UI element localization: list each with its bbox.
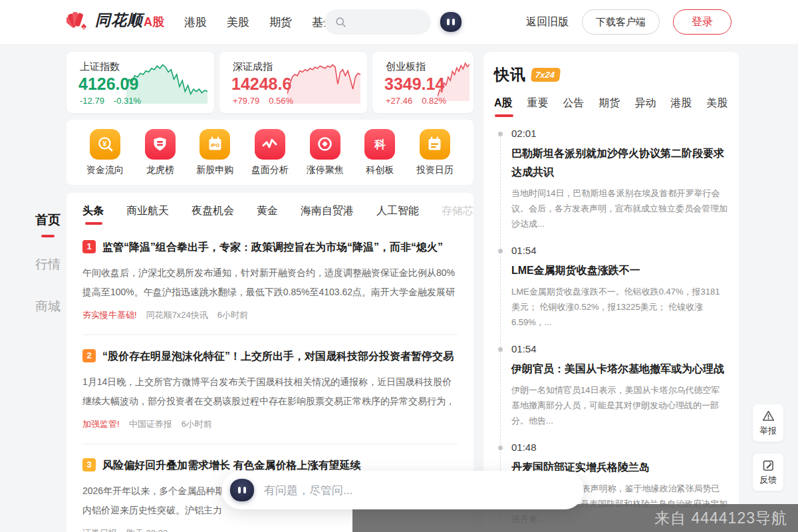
news-tab-commercial-space[interactable]: 商业航天 [126, 204, 169, 226]
flash-time: 01:54 [511, 245, 728, 256]
index-card-sse[interactable]: 上证指数 4126.09 -12.79-0.31% [66, 52, 214, 113]
search-box[interactable] [325, 9, 431, 35]
search-input[interactable] [352, 17, 425, 27]
flash-tab-announcement[interactable]: 公告 [563, 96, 585, 117]
flash-tabs: A股 重要 公告 期货 异动 港股 美股 [494, 96, 728, 117]
flash-item-1[interactable]: 02:01 巴勒斯坦各派别就加沙停火协议第二阶段要求达成共识 当地时间14日，巴… [483, 128, 739, 245]
flash-item-title[interactable]: LME金属期货收盘涨跌不一 [511, 261, 728, 280]
logo-card-fan-icon: ♠ [66, 9, 90, 31]
timeline-dot [498, 347, 503, 352]
flash-item-2[interactable]: 01:54 LME金属期货收盘涨跌不一 LME金属期货收盘涨跌不一。伦铝收跌0.… [483, 245, 739, 343]
sparkline-chart [438, 60, 469, 101]
flash-time: 02:01 [511, 128, 728, 139]
news-body: 午间收盘后，沪深北交易所发布通知，针对新开融资合约，适度调整融资保证金比例从80… [82, 263, 458, 302]
timeline-dot [498, 249, 503, 253]
sparkline-chart [126, 60, 207, 104]
flash-item-body: LME金属期货收盘涨跌不一。伦铝收跌0.47%，报3181美元； 伦铜收涨0.5… [511, 284, 728, 330]
news-title[interactable]: 监管“降温”组合拳出手，专家：政策调控旨在为市场“降温”，而非“熄火” [102, 239, 443, 255]
search-icon [335, 17, 346, 28]
news-tab-headlines[interactable]: 头条 [82, 204, 104, 226]
flash-item-title[interactable]: 伊朗官员：美国从卡塔尔基地撤军或为心理战 [511, 360, 728, 378]
news-tab-gold[interactable]: 黄金 [257, 204, 278, 226]
warning-triangle-icon [761, 409, 775, 423]
index-name: 创业板指 [386, 61, 426, 73]
index-name: 上证指数 [80, 61, 120, 73]
index-card-chinext[interactable]: 创业板指 3349.14 +27.460.82% [372, 52, 473, 113]
watermark-text: 来自 4444123导航 [654, 508, 787, 529]
news-time: 6小时前 [182, 418, 212, 430]
flash-tab-a-shares[interactable]: A股 [494, 96, 513, 117]
ke-board-icon: 科 [364, 129, 395, 160]
focus-target-icon [310, 129, 340, 160]
flash-title: 快讯 [494, 65, 526, 85]
flash-item-title[interactable]: 巴勒斯坦各派别就加沙停火协议第二阶段要求达成共识 [511, 144, 728, 182]
assistant-robot-button[interactable] [440, 12, 462, 32]
top-header: ♠ 同花顺 A股 港股 美股 期货 基金 返回旧版 下载客户端 登录 [0, 0, 798, 44]
flash-tab-futures[interactable]: 期货 [599, 96, 620, 117]
ai-chat-bar[interactable]: 有问题，尽管问... [221, 471, 584, 509]
sidebar-item-quotes[interactable]: 行情 [28, 256, 68, 273]
shortcut-dragon-tiger[interactable]: 龙虎榜 [139, 129, 182, 176]
flash-tab-movement[interactable]: 异动 [635, 96, 656, 117]
news-item-2[interactable]: 2 “股价存在明显泡沫化特征”！上交所出手，对国晟科技部分投资者暂停交易 1月1… [82, 335, 458, 444]
shortcut-fund-flow[interactable]: ¥ 资金流向 [84, 129, 126, 176]
news-tab-storage-chip[interactable]: 存储芯片 [442, 204, 473, 226]
news-title[interactable]: “股价存在明显泡沫化特征”！上交所出手，对国晟科技部分投资者暂停交易 [102, 348, 454, 364]
timeline-dot [498, 446, 503, 450]
top-nav: A股 港股 美股 期货 基金 [144, 0, 334, 44]
flash-time: 01:54 [511, 343, 728, 354]
login-button[interactable]: 登录 [673, 9, 732, 35]
money-search-icon: ¥ [90, 129, 120, 160]
back-to-old-link[interactable]: 返回旧版 [526, 15, 569, 29]
flash-tab-hk[interactable]: 港股 [671, 96, 692, 117]
chat-placeholder: 有问题，尽管问... [264, 483, 352, 498]
tab-a-shares[interactable]: A股 [144, 14, 164, 30]
logo[interactable]: ♠ 同花顺 [66, 9, 143, 31]
flash-time: 01:48 [511, 442, 728, 453]
svg-text:IPO: IPO [211, 142, 220, 148]
index-value: 3349.14 [384, 74, 444, 94]
news-source: 同花顺7x24快讯 [146, 309, 208, 321]
news-tag: 夯实慢牛基础! [82, 309, 137, 321]
news-tab-night-session[interactable]: 夜盘机会 [192, 204, 234, 226]
download-client-button[interactable]: 下载客户端 [582, 9, 660, 35]
sidebar-item-mall[interactable]: 商城 [28, 298, 68, 315]
logo-text: 同花顺 [95, 10, 143, 31]
index-card-szse[interactable]: 深证成指 14248.6 +79.790.56% [219, 52, 367, 113]
news-item-1[interactable]: 1 监管“降温”组合拳出手，专家：政策调控旨在为市场“降温”，而非“熄火” 午间… [82, 226, 458, 335]
tab-hk-shares[interactable]: 港股 [184, 15, 207, 30]
tab-futures[interactable]: 期货 [269, 15, 292, 30]
shortcut-ipo[interactable]: IPO 新股申购 [194, 129, 236, 176]
flash-item-body: 伊朗一名知情官员14日表示，美国从卡塔尔乌代德空军基地撤离部分人员，可能是其对伊… [511, 382, 728, 428]
sidebar-item-home[interactable]: 首页 [28, 211, 68, 237]
rank-badge: 2 [82, 349, 96, 362]
news-time: 6小时前 [217, 309, 248, 321]
shortcut-invest-calendar[interactable]: 投资日历 [414, 129, 456, 176]
flash-tab-us[interactable]: 美股 [707, 96, 728, 117]
news-body: 1月14日晚，上交所官方微博平台发布关于国晟科技相关情况的通报称，近日国晟科技股… [82, 372, 458, 411]
news-tab-hainan[interactable]: 海南自贸港 [301, 204, 354, 226]
news-tab-ai[interactable]: 人工智能 [376, 204, 419, 226]
svg-text:¥: ¥ [102, 140, 107, 148]
flash-item-3[interactable]: 01:54 伊朗官员：美国从卡塔尔基地撤军或为心理战 伊朗一名知情官员14日表示… [483, 343, 739, 442]
report-button[interactable]: 举报 [753, 404, 783, 442]
shortcut-star-market[interactable]: 科 科创板 [358, 129, 401, 176]
calendar-icon [420, 129, 450, 160]
rank-badge: 1 [82, 240, 96, 253]
news-meta: 夯实慢牛基础! 同花顺7x24快讯 6小时前 [82, 309, 458, 321]
flash-tab-important[interactable]: 重要 [527, 96, 549, 117]
shortcut-market-analysis[interactable]: 盘面分析 [249, 129, 291, 176]
flash-news-panel: 快讯 7x24 A股 重要 公告 期货 异动 港股 美股 02:01 巴勒斯坦各… [483, 52, 739, 532]
tab-us-shares[interactable]: 美股 [227, 15, 249, 30]
edit-pencil-icon [761, 458, 775, 472]
svg-text:♠: ♠ [81, 20, 86, 31]
news-source: 证券日报 [82, 527, 117, 532]
header-right-group: 返回旧版 下载客户端 登录 [526, 0, 732, 44]
svg-text:科: 科 [374, 138, 386, 151]
news-time: 昨天 22:23 [126, 527, 168, 532]
feedback-button[interactable]: 反馈 [753, 454, 783, 491]
robot-icon [230, 479, 254, 501]
timeline-dot [498, 132, 503, 136]
news-tabs: 头条 商业航天 夜盘机会 黄金 海南自贸港 人工智能 存储芯片 [66, 193, 473, 226]
shortcut-limit-up-focus[interactable]: 涨停聚焦 [304, 129, 346, 176]
